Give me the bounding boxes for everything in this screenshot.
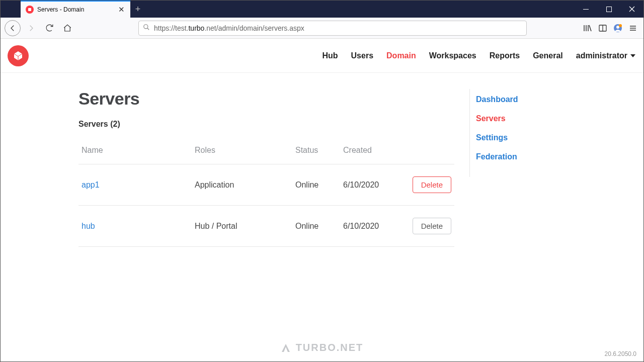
th-name: Name [82, 146, 195, 155]
nav-forward-button[interactable] [24, 21, 39, 36]
favicon-icon [26, 6, 34, 14]
app-navbar: HubUsersDomainWorkspacesReportsGeneralad… [1, 39, 643, 73]
server-roles: Application [195, 180, 295, 190]
url-bar[interactable]: https://test.turbo.net/admin/domain/serv… [138, 21, 527, 36]
browser-titlebar: Servers - Domain ✕ + [1, 1, 643, 18]
nav-link-hub[interactable]: Hub [322, 51, 338, 60]
sidebar-link-settings[interactable]: Settings [476, 128, 518, 147]
sidebar-link-servers[interactable]: Servers [476, 109, 518, 128]
tab-close-icon[interactable]: ✕ [117, 5, 126, 14]
nav-reload-button[interactable] [42, 21, 57, 36]
nav-home-button[interactable] [60, 21, 75, 36]
nav-link-workspaces[interactable]: Workspaces [429, 51, 476, 60]
svg-point-10 [616, 26, 619, 29]
nav-link-reports[interactable]: Reports [490, 51, 520, 60]
nav-link-general[interactable]: General [533, 51, 563, 60]
footer-brand: TURBO.NET [281, 342, 364, 353]
table-row: app1ApplicationOnline6/10/2020Delete [78, 164, 454, 205]
brand-logo[interactable] [8, 45, 29, 66]
server-created: 6/10/2020 [343, 180, 398, 190]
nav-back-button[interactable] [5, 20, 21, 36]
server-name-link[interactable]: hub [82, 222, 195, 231]
nav-link-domain[interactable]: Domain [386, 51, 416, 60]
svg-rect-2 [606, 7, 611, 12]
caret-down-icon [630, 54, 635, 57]
window-close-button[interactable] [620, 1, 643, 18]
server-status: Online [295, 222, 343, 231]
menu-icon[interactable] [628, 24, 637, 33]
server-roles: Hub / Portal [195, 222, 295, 231]
browser-tab[interactable]: Servers - Domain ✕ [21, 1, 130, 18]
page-title: Servers [78, 89, 454, 109]
server-created: 6/10/2020 [343, 222, 398, 231]
sidebar-toggle-icon[interactable] [598, 24, 607, 33]
server-name-link[interactable]: app1 [82, 180, 195, 190]
new-tab-button[interactable]: + [130, 1, 145, 18]
delete-button[interactable]: Delete [413, 218, 451, 234]
browser-toolbar: https://test.turbo.net/admin/domain/serv… [1, 18, 643, 39]
nav-user-menu[interactable]: administrator [576, 51, 635, 60]
server-status: Online [295, 180, 343, 190]
svg-line-6 [147, 28, 149, 30]
url-text: https://test.turbo.net/admin/domain/serv… [154, 24, 304, 32]
servers-table: Name Roles Status Created app1Applicatio… [78, 141, 454, 247]
th-status: Status [295, 146, 343, 155]
th-roles: Roles [195, 146, 295, 155]
tab-title: Servers - Domain [37, 6, 117, 13]
svg-point-11 [619, 24, 622, 27]
th-created: Created [343, 146, 398, 155]
servers-count: Servers (2) [78, 120, 454, 129]
svg-rect-0 [28, 8, 31, 11]
table-row: hubHub / PortalOnline6/10/2020Delete [78, 205, 454, 247]
nav-link-users[interactable]: Users [351, 51, 373, 60]
sidebar-link-dashboard[interactable]: Dashboard [476, 90, 518, 109]
window-minimize-button[interactable] [574, 1, 597, 18]
svg-point-5 [144, 24, 148, 28]
version-label: 20.6.2050.0 [605, 350, 636, 357]
delete-button[interactable]: Delete [413, 176, 451, 193]
footer: TURBO.NET [1, 336, 643, 359]
search-icon [143, 24, 150, 33]
sidebar: DashboardServersSettingsFederation [469, 89, 518, 177]
library-icon[interactable] [583, 24, 592, 33]
sidebar-link-federation[interactable]: Federation [476, 147, 518, 166]
window-maximize-button[interactable] [597, 1, 620, 18]
account-icon[interactable] [613, 24, 622, 33]
